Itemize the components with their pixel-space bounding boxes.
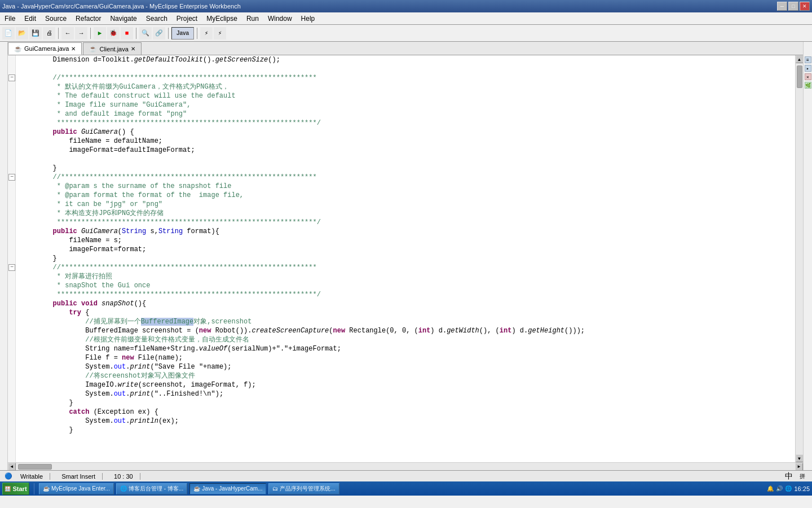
sep3: [136, 28, 136, 39]
outline-icon-2[interactable]: ▸: [805, 65, 811, 72]
status-icon: 🔵: [5, 472, 12, 480]
fold-btn-3[interactable]: −: [8, 264, 15, 271]
tb-java-perspective[interactable]: Java: [171, 27, 194, 40]
tb-stop-btn[interactable]: ■: [121, 27, 133, 40]
menu-source[interactable]: Source: [41, 12, 71, 24]
right-sidebar: ≡ ▸ ✕ 🌿: [803, 42, 812, 470]
menu-refactor[interactable]: Refactor: [71, 12, 105, 24]
close-button[interactable]: ✕: [800, 2, 810, 11]
tray-icon-2: 🔊: [776, 485, 783, 492]
menu-search[interactable]: Search: [142, 12, 172, 24]
tb-refs-btn[interactable]: 🔗: [153, 27, 165, 40]
tb-print-btn[interactable]: 🖨: [43, 27, 55, 40]
tab-guicamera-label: GuiCamera.java: [24, 45, 69, 52]
tab-client[interactable]: ☕ Client.java ✕: [83, 42, 141, 55]
taskbar-separator: [34, 483, 34, 494]
menu-project[interactable]: Project: [172, 12, 202, 24]
menu-myeclipse[interactable]: MyEclipse: [202, 12, 242, 24]
fold-column: − −: [8, 55, 16, 462]
code-editor[interactable]: − −: [8, 55, 803, 462]
scroll-down-btn[interactable]: ▼: [796, 454, 804, 462]
editor-container: ☕ GuiCamera.java ✕ ☕ Client.java ✕ −: [8, 42, 803, 470]
sep4: [168, 28, 169, 39]
status-pinyin: 拼: [800, 472, 805, 480]
outline-icon-3[interactable]: ✕: [805, 73, 811, 80]
system-tray: 🔔 🔊 🌐 16:25: [767, 485, 810, 492]
menu-file[interactable]: File: [0, 12, 20, 24]
menu-navigate[interactable]: Navigate: [105, 12, 141, 24]
tb-search-btn[interactable]: 🔍: [139, 27, 152, 40]
scroll-thumb[interactable]: [797, 65, 802, 88]
status-input-icon: 中: [785, 471, 793, 481]
tray-icon-3: 🌐: [785, 485, 792, 492]
taskbar-item-2[interactable]: 🌐 博客后台管理 - 博客...: [116, 483, 187, 494]
titlebar-title: Java - JavaHyperCam/src/Camera/GuiCamera…: [2, 3, 241, 10]
editor-tabbar: ☕ GuiCamera.java ✕ ☕ Client.java ✕: [8, 42, 803, 55]
tb-new-btn[interactable]: 📄: [2, 27, 15, 40]
tb-prev-anno[interactable]: ⚡: [214, 27, 226, 40]
tb-next-anno[interactable]: ⚡: [200, 27, 213, 40]
titlebar: Java - JavaHyperCam/src/Camera/GuiCamera…: [0, 0, 812, 12]
h-scroll-thumb[interactable]: [18, 464, 52, 470]
fold-btn-1[interactable]: −: [8, 75, 15, 81]
outline-icon-4[interactable]: 🌿: [805, 82, 811, 89]
status-mode: Writable: [20, 473, 50, 480]
status-position: 10 : 30: [114, 473, 140, 480]
menu-window[interactable]: Window: [263, 12, 297, 24]
scroll-up-btn[interactable]: ▲: [796, 55, 804, 63]
menubar: File Edit Source Refactor Navigate Searc…: [0, 12, 812, 25]
tab-guicamera-close[interactable]: ✕: [71, 46, 76, 52]
code-content[interactable]: Dimension d=Toolkit.getDefaultToolkit().…: [16, 55, 795, 462]
titlebar-controls: ─ □ ✕: [777, 2, 810, 11]
sep5: [197, 28, 197, 39]
tb-debug-btn[interactable]: 🐞: [107, 27, 120, 40]
tb-save-btn[interactable]: 💾: [29, 27, 42, 40]
menu-edit[interactable]: Edit: [20, 12, 41, 24]
taskbar: 🪟 Start ☕ MyEclipse Java Enter... 🌐 博客后台…: [0, 481, 812, 496]
tray-icon-1: 🔔: [767, 485, 774, 492]
status-insert: Smart Insert: [61, 473, 103, 480]
scroll-right-btn[interactable]: ►: [795, 463, 803, 471]
fold-btn-2[interactable]: −: [8, 174, 15, 181]
tb-open-btn[interactable]: 📂: [16, 27, 28, 40]
tb-back-btn[interactable]: ←: [61, 27, 74, 40]
taskbar-item-4[interactable]: 🗂 产品序列号管理系统...: [268, 483, 339, 494]
start-button[interactable]: 🪟 Start: [2, 483, 29, 495]
minimize-button[interactable]: ─: [777, 2, 787, 11]
tray-time: 16:25: [794, 485, 810, 492]
vertical-scrollbar[interactable]: ▲ ▼: [795, 55, 803, 462]
tb-fwd-btn[interactable]: →: [75, 27, 87, 40]
tab-client-close[interactable]: ✕: [131, 46, 135, 52]
main-toolbar: 📄 📂 💾 🖨 ← → ▶ 🐞 ■ 🔍 🔗 Java ⚡ ⚡: [0, 25, 812, 42]
menu-run[interactable]: Run: [242, 12, 263, 24]
taskbar-item-3[interactable]: ☕ Java - JavaHyperCam...: [189, 483, 266, 494]
menu-help[interactable]: Help: [297, 12, 320, 24]
tab-client-label: Client.java: [99, 46, 128, 52]
left-gutter: [0, 42, 8, 470]
taskbar-item-1[interactable]: ☕ MyEclipse Java Enter...: [39, 483, 114, 494]
tb-run-btn[interactable]: ▶: [94, 27, 106, 40]
sep1: [58, 28, 59, 39]
outline-icon-1[interactable]: ≡: [805, 56, 811, 63]
tab-guicamera[interactable]: ☕ GuiCamera.java ✕: [8, 42, 82, 55]
sep2: [90, 28, 91, 39]
scroll-left-btn[interactable]: ◄: [8, 463, 16, 471]
statusbar: 🔵 Writable Smart Insert 10 : 30 中 拼: [0, 470, 812, 481]
maximize-button[interactable]: □: [788, 2, 798, 11]
horizontal-scrollbar[interactable]: ◄ ►: [8, 462, 803, 470]
